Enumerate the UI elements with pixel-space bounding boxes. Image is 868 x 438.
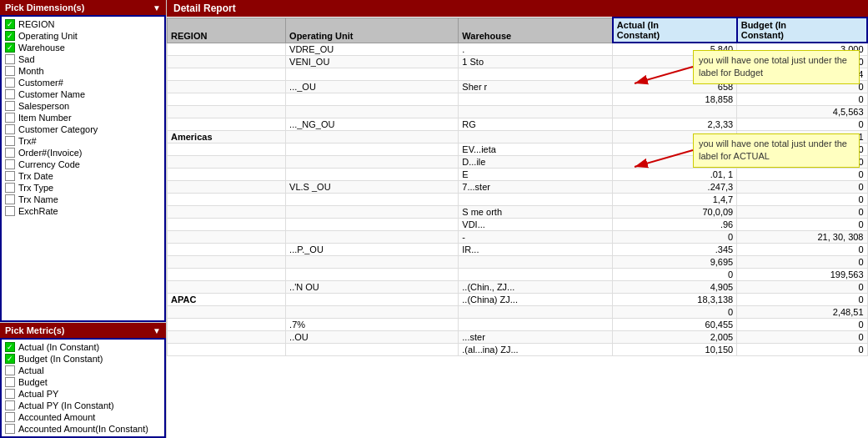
- table-row: S me orth70,0,090: [168, 206, 868, 219]
- checkbox-checked[interactable]: ✓: [5, 43, 15, 53]
- budget-cell: 4,5,563: [737, 106, 867, 118]
- dimension-item[interactable]: ExchRate: [2, 205, 164, 217]
- budget-cell: 0: [737, 118, 867, 131]
- budget-cell: 0: [737, 294, 867, 306]
- report-table: REGIONOperating UnitWarehouseActual (In …: [167, 17, 868, 356]
- ou-cell: [286, 194, 459, 206]
- table-row: VENI_OU1 Sto40,7880: [168, 56, 868, 68]
- dimension-label: Customer Category: [18, 124, 98, 134]
- actual-cell: 0: [613, 306, 737, 319]
- dimension-item[interactable]: ✓Operating Unit: [2, 30, 164, 42]
- actual-cell: 0: [613, 68, 737, 81]
- table-row: -021, 30, 308: [168, 231, 868, 244]
- region-cell: APAC: [168, 294, 286, 306]
- dimension-item[interactable]: Customer#: [2, 77, 164, 88]
- budget-cell: 7,4,581: [737, 131, 867, 143]
- dimension-item[interactable]: Order#(Invoice): [2, 147, 164, 159]
- dimension-item[interactable]: Customer Category: [2, 123, 164, 135]
- region-cell: [168, 118, 286, 131]
- ou-cell: [286, 93, 459, 106]
- checkbox-unchecked[interactable]: [5, 400, 15, 410]
- dimension-item[interactable]: Customer Name: [2, 88, 164, 100]
- checkbox-unchecked[interactable]: [5, 365, 15, 375]
- metrics-expand-icon[interactable]: ▼: [153, 326, 161, 335]
- checkbox-unchecked[interactable]: [5, 194, 15, 204]
- checkbox-checked[interactable]: ✓: [5, 31, 15, 41]
- checkbox-unchecked[interactable]: [5, 159, 15, 169]
- actual-cell: 2,005: [613, 331, 737, 344]
- dimension-item[interactable]: ✓Warehouse: [2, 42, 164, 53]
- table-row: 18,8580: [168, 93, 868, 106]
- metrics-title: Pick Metric(s): [5, 325, 65, 335]
- actual-cell: 1,4,7: [613, 194, 737, 206]
- dimension-item[interactable]: Item Number: [2, 112, 164, 123]
- dimensions-expand-icon[interactable]: ▼: [153, 3, 161, 13]
- table-row: Americas07,4,581: [168, 131, 868, 143]
- checkbox-unchecked[interactable]: [5, 206, 15, 216]
- budget-cell: 2,48,51: [737, 306, 867, 319]
- metric-item[interactable]: Accounted Amount: [2, 411, 164, 423]
- metric-item[interactable]: Actual PY (In Constant): [2, 400, 164, 411]
- dimension-label: REGION: [18, 19, 54, 29]
- dimension-item[interactable]: Trx Name: [2, 194, 164, 205]
- actual-cell: 658: [613, 81, 737, 93]
- checkbox-checked[interactable]: ✓: [5, 19, 15, 29]
- warehouse-cell: 7...ster: [459, 181, 613, 194]
- checkbox-unchecked[interactable]: [5, 89, 15, 99]
- checkbox-unchecked[interactable]: [5, 136, 15, 146]
- col-header: REGION: [168, 18, 286, 43]
- dimension-item[interactable]: Sad: [2, 53, 164, 65]
- dimension-label: Operating Unit: [18, 31, 78, 41]
- dimension-item[interactable]: Month: [2, 65, 164, 77]
- metric-item[interactable]: Actual PY: [2, 388, 164, 400]
- metric-item[interactable]: ✓Budget (In Constant): [2, 353, 164, 365]
- checkbox-unchecked[interactable]: [5, 148, 15, 158]
- budget-cell: 0: [737, 169, 867, 181]
- dimension-item[interactable]: Currency Code: [2, 159, 164, 170]
- dimension-item[interactable]: Salesperson: [2, 100, 164, 112]
- checkbox-unchecked[interactable]: [5, 424, 15, 434]
- budget-cell: 199,563: [737, 269, 867, 281]
- report-content[interactable]: REGIONOperating UnitWarehouseActual (In …: [167, 17, 868, 438]
- metric-item[interactable]: Budget: [2, 376, 164, 388]
- dimension-item[interactable]: Trx Date: [2, 170, 164, 182]
- checkbox-checked[interactable]: ✓: [5, 342, 15, 352]
- ou-cell: [286, 169, 459, 181]
- metric-item[interactable]: Accounted Amount(In Constant): [2, 423, 164, 435]
- warehouse-cell: EV...ieta: [459, 143, 613, 156]
- checkbox-unchecked[interactable]: [5, 412, 15, 422]
- metric-label: Budget: [18, 377, 48, 387]
- budget-cell: 0: [737, 93, 867, 106]
- dimension-item[interactable]: Trx#: [2, 135, 164, 147]
- dimension-item[interactable]: ✓REGION: [2, 18, 164, 30]
- warehouse-cell: RG: [459, 118, 613, 131]
- checkbox-unchecked[interactable]: [5, 183, 15, 193]
- checkbox-unchecked[interactable]: [5, 124, 15, 134]
- region-cell: [168, 156, 286, 169]
- checkbox-unchecked[interactable]: [5, 101, 15, 111]
- table-row: ..OU...ster2,0050: [168, 331, 868, 344]
- checkbox-unchecked[interactable]: [5, 389, 15, 399]
- checkbox-unchecked[interactable]: [5, 54, 15, 64]
- col-header: Budget (In Constant): [737, 18, 867, 43]
- region-cell: [168, 106, 286, 118]
- checkbox-unchecked[interactable]: [5, 113, 15, 123]
- ou-cell: .7%: [286, 319, 459, 331]
- metric-item[interactable]: ✓Actual (In Constant): [2, 341, 164, 353]
- actual-cell: .01, 1: [613, 169, 737, 181]
- dimension-label: Customer#: [18, 78, 63, 88]
- table-row: ...P._OUIR....3450: [168, 244, 868, 256]
- ou-cell: [286, 269, 459, 281]
- actual-cell: .345: [613, 244, 737, 256]
- region-cell: [168, 319, 286, 331]
- checkbox-unchecked[interactable]: [5, 78, 15, 88]
- checkbox-unchecked[interactable]: [5, 66, 15, 76]
- checkbox-unchecked[interactable]: [5, 171, 15, 181]
- metrics-header[interactable]: Pick Metric(s) ▼: [0, 323, 166, 338]
- checkbox-unchecked[interactable]: [5, 377, 15, 387]
- dimensions-header[interactable]: Pick Dimension(s) ▼: [0, 0, 166, 15]
- dimension-item[interactable]: Trx Type: [2, 182, 164, 194]
- metric-item[interactable]: Actual: [2, 365, 164, 376]
- budget-cell: 0: [737, 181, 867, 194]
- checkbox-checked[interactable]: ✓: [5, 354, 15, 364]
